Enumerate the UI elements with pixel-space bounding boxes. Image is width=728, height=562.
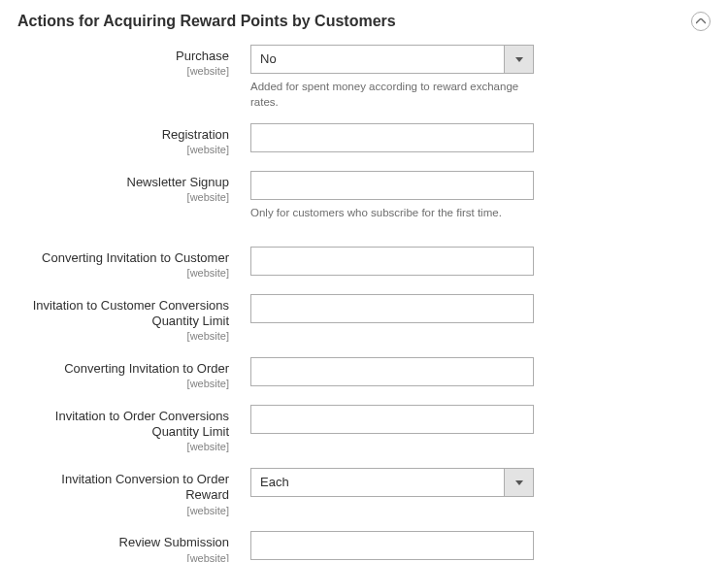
section-header: Actions for Acquiring Reward Points by C… [17,8,711,45]
input-col: No Added for spent money according to re… [250,45,534,110]
label-col: Purchase [website] [17,45,250,79]
field-label: Registration [162,127,229,142]
field-review: Review Submission [website] After approv… [17,531,711,562]
review-input[interactable] [250,531,534,560]
field-note: Added for spent money according to rewar… [250,80,534,110]
field-label: Converting Invitation to Customer [42,250,229,265]
config-section: Actions for Acquiring Reward Points by C… [0,0,728,562]
input-col [250,123,534,152]
section-title: Actions for Acquiring Reward Points by C… [17,13,396,30]
scope-label: [website] [17,191,229,205]
field-conv-inv-order: Converting Invitation to Order [website] [17,357,711,391]
field-label: Invitation to Customer Conversions Quant… [33,298,229,328]
field-conv-inv-customer: Converting Invitation to Customer [websi… [17,247,711,281]
field-purchase: Purchase [website] No Added for spent mo… [17,45,711,110]
field-newsletter: Newsletter Signup [website] Only for cus… [17,171,711,221]
select-value: No [251,46,504,73]
scope-label: [website] [17,552,229,562]
input-col [250,294,534,323]
scope-label: [website] [17,267,229,281]
field-label: Invitation to Order Conversions Quantity… [55,409,229,439]
input-col [250,357,534,386]
inv-customer-limit-input[interactable] [250,294,534,323]
input-col: After approval by administrator. [250,531,534,562]
input-col [250,405,534,434]
inv-order-reward-select[interactable]: Each [250,468,534,497]
label-col: Review Submission [website] [17,531,250,562]
label-col: Invitation to Order Conversions Quantity… [17,405,250,454]
label-col: Newsletter Signup [website] [17,171,250,205]
chevron-down-icon [504,46,533,73]
field-label: Purchase [176,49,229,63]
inv-order-limit-input[interactable] [250,405,534,434]
field-registration: Registration [website] [17,123,711,157]
chevron-down-icon [504,469,533,496]
collapse-toggle[interactable] [691,12,711,31]
select-value: Each [251,469,504,496]
newsletter-input[interactable] [250,171,534,200]
input-col [250,247,534,276]
field-label: Newsletter Signup [127,175,230,189]
input-col: Each [250,468,534,497]
label-col: Invitation Conversion to Order Reward [w… [17,468,250,517]
conv-inv-customer-input[interactable] [250,247,534,276]
registration-input[interactable] [250,123,534,152]
conv-inv-order-input[interactable] [250,357,534,386]
field-note: Only for customers who subscribe for the… [250,206,534,221]
field-inv-order-limit: Invitation to Order Conversions Quantity… [17,405,711,454]
scope-label: [website] [17,441,229,454]
field-label: Invitation Conversion to Order Reward [61,472,229,502]
label-col: Registration [website] [17,123,250,157]
scope-label: [website] [17,330,229,344]
field-label: Converting Invitation to Order [64,361,229,376]
label-col: Converting Invitation to Order [website] [17,357,250,391]
label-col: Converting Invitation to Customer [websi… [17,247,250,281]
scope-label: [website] [17,505,229,518]
scope-label: [website] [17,378,229,391]
field-inv-customer-limit: Invitation to Customer Conversions Quant… [17,294,711,344]
field-inv-order-reward: Invitation Conversion to Order Reward [w… [17,468,711,517]
scope-label: [website] [17,65,229,79]
scope-label: [website] [17,144,229,157]
input-col: Only for customers who subscribe for the… [250,171,534,221]
chevron-up-icon [696,18,706,24]
label-col: Invitation to Customer Conversions Quant… [17,294,250,344]
purchase-select[interactable]: No [250,45,534,74]
field-label: Review Submission [119,535,229,549]
